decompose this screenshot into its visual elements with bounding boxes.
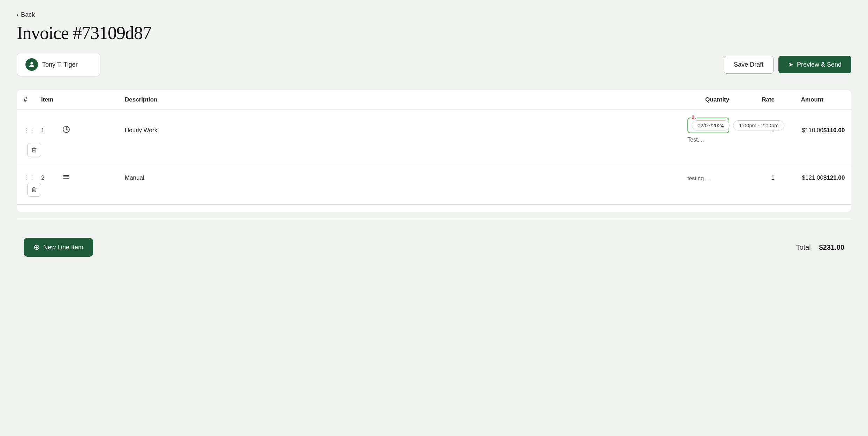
total-label: Total [796,243,810,251]
delete-row-1-button[interactable] [27,143,41,157]
header-row: Tony T. Tiger Save Draft ➤ Preview & Sen… [17,53,851,76]
avatar-icon [25,58,38,71]
col-header-item-name [62,96,125,103]
client-selector[interactable]: Tony T. Tiger [17,53,100,76]
desc-text-1: Test.... [687,137,729,143]
desc-time: 1:00pm - 2:00pm [733,120,784,130]
description-cell-2: testing.... [687,174,729,182]
table-header: # Item Description Quantity Rate Amount [17,90,851,110]
drag-handle-1[interactable]: ⋮⋮ [24,127,41,134]
header-buttons: Save Draft ➤ Preview & Send [724,56,851,74]
row-num-2: 2 [41,174,62,181]
col-header-description: Description [125,96,687,103]
desc-date: 02/07/2024 [692,120,730,130]
back-label: Back [21,11,35,18]
new-line-item-label: New Line Item [43,244,83,251]
amount-2: $121.00 [823,174,844,181]
col-header-rate: Rate [729,96,775,103]
amount-1: $110.00 [823,127,844,134]
desc-step-num: 2. [691,114,697,120]
total-section: Total $231.00 [796,243,844,251]
divider [17,219,851,219]
col-header-amount: Amount [775,96,823,103]
col-header-num: # [24,96,41,103]
table-spacer [17,205,851,212]
desc-highlight-box: 2. 02/07/2024 1:00pm - 2:00pm [687,118,729,133]
svg-point-0 [30,62,33,65]
back-link[interactable]: ‹ Back [17,11,851,18]
preview-send-label: Preview & Send [797,61,842,68]
send-icon: ➤ [788,61,793,68]
lines-icon [62,173,125,183]
drag-handle-2[interactable]: ⋮⋮ [24,174,41,181]
rate-2: $121.00 [775,174,823,181]
footer-row: ⊕ New Line Item Total $231.00 [17,227,851,260]
table-row: ⋮⋮ 1 Hourly Work 2. 02/07/2024 1:00pm - … [17,110,851,165]
row-num-1: 1 [41,127,62,134]
item-name-1: Hourly Work [125,127,687,134]
preview-send-button[interactable]: ➤ Preview & Send [778,56,851,73]
qty-2: 1 [729,174,775,181]
desc-text-2: testing.... [687,175,729,182]
total-value: $231.00 [819,243,844,251]
col-header-item: Item [41,96,62,103]
col-header-quantity: Quantity [687,96,729,103]
save-draft-button[interactable]: Save Draft [724,56,774,74]
plus-icon: ⊕ [33,243,40,251]
item-name-2: Manual [125,174,687,181]
invoice-title: Invoice #73109d87 [17,23,851,43]
table-row: ⋮⋮ 2 Manual testing.... 1 $121.00 $121.0… [17,165,851,205]
back-chevron-icon: ‹ [17,11,19,18]
new-line-item-button[interactable]: ⊕ New Line Item [24,238,93,257]
client-name: Tony T. Tiger [42,61,78,68]
col-header-actions [823,96,844,103]
delete-row-2-button[interactable] [27,183,41,197]
desc-date-time: 02/07/2024 1:00pm - 2:00pm [692,120,725,130]
description-cell-1: 2. 02/07/2024 1:00pm - 2:00pm Test.... [687,118,729,143]
clock-icon [62,125,125,135]
